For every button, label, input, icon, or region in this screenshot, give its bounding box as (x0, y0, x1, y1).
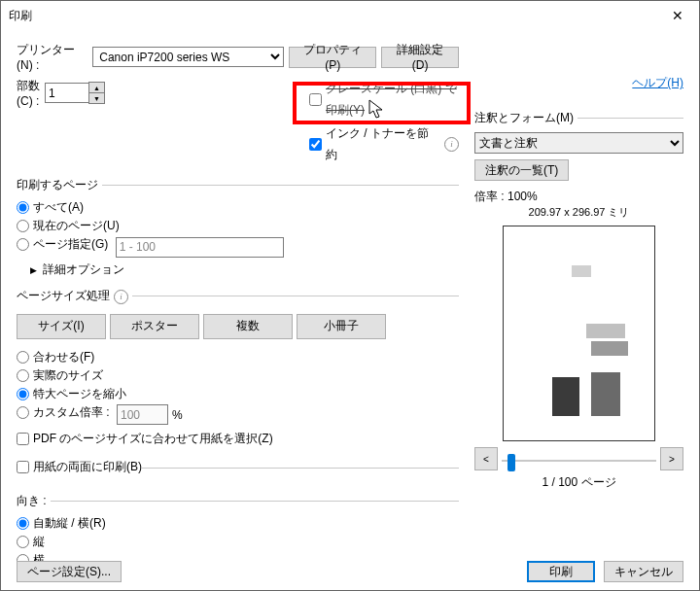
cursor-icon (368, 99, 384, 119)
advanced-settings-button[interactable]: 詳細設定(D) (381, 47, 459, 68)
scale-value: 100% (508, 190, 538, 203)
tab-poster[interactable]: ポスター (110, 314, 199, 339)
size-fit-radio[interactable] (17, 351, 29, 364)
next-page-button[interactable]: > (660, 447, 683, 470)
cancel-button[interactable]: キャンセル (604, 561, 683, 582)
pages-range-radio[interactable] (17, 238, 29, 251)
scale-label: 倍率 : (474, 190, 505, 203)
size-custom-label: カスタム倍率 : (33, 404, 110, 421)
copies-label: 部数(C) : (17, 78, 41, 108)
window-title: 印刷 (9, 8, 32, 24)
close-button[interactable]: ✕ (655, 1, 699, 30)
pages-all-radio[interactable] (17, 201, 29, 214)
orient-auto-label: 自動縦 / 横(R) (33, 515, 106, 532)
size-shrink-radio[interactable] (17, 388, 29, 400)
page-info: 1 / 100 ページ (474, 474, 683, 491)
duplex-checkbox[interactable] (17, 461, 29, 473)
pages-current-radio[interactable] (17, 220, 29, 232)
pages-legend: 印刷するページ (17, 177, 102, 193)
properties-button[interactable]: プロパティ(P) (289, 47, 376, 68)
preview-dimensions: 209.97 x 296.97 ミリ (474, 205, 683, 220)
preview-page (503, 226, 655, 441)
orient-portrait-radio[interactable] (17, 536, 29, 548)
pages-all-label: すべて(A) (33, 199, 84, 216)
pages-advanced-toggle[interactable]: 詳細オプション (30, 261, 459, 278)
orient-portrait-label: 縦 (33, 534, 45, 550)
info-icon[interactable]: i (114, 290, 128, 304)
choose-paper-label: PDF のページサイズに合わせて用紙を選択(Z) (33, 431, 273, 447)
annot-list-button[interactable]: 注釈の一覧(T) (474, 159, 569, 181)
tab-multiple[interactable]: 複数 (203, 314, 293, 339)
size-fit-label: 合わせる(F) (33, 349, 94, 365)
percent-label: % (172, 408, 183, 422)
orient-auto-radio[interactable] (17, 517, 29, 530)
annot-legend: 注釈とフォーム(M) (474, 110, 578, 126)
size-shrink-label: 特大ページを縮小 (33, 386, 126, 402)
duplex-label: 用紙の両面に印刷(B) (33, 459, 142, 475)
tab-booklet[interactable]: 小冊子 (297, 314, 386, 339)
save-ink-checkbox[interactable] (309, 138, 322, 151)
pages-current-label: 現在のページ(U) (33, 218, 120, 234)
size-actual-radio[interactable] (17, 369, 29, 382)
caret-down-icon: ▼ (88, 92, 105, 104)
page-slider[interactable] (502, 448, 656, 469)
print-button[interactable]: 印刷 (527, 561, 595, 582)
help-link[interactable]: ヘルプ(H) (632, 75, 683, 91)
printer-select[interactable]: Canon iP7200 series WS (92, 47, 284, 67)
tab-size[interactable]: サイズ(I) (17, 314, 106, 339)
info-icon[interactable]: i (444, 137, 459, 152)
printer-label: プリンター(N) : (17, 42, 88, 72)
pages-range-label: ページ指定(G) (33, 236, 108, 253)
sizing-legend: ページサイズ処理 (17, 289, 110, 302)
pages-range-input[interactable] (116, 237, 284, 258)
copies-input[interactable] (45, 83, 89, 103)
custom-scale-input (117, 404, 168, 425)
prev-page-button[interactable]: < (474, 447, 498, 470)
size-actual-label: 実際のサイズ (33, 367, 103, 384)
annot-select[interactable]: 文書と注釈 (474, 132, 683, 154)
save-ink-label: インク / トナーを節約 (326, 122, 440, 165)
orientation-legend: 向き : (17, 493, 51, 509)
slider-thumb[interactable] (508, 454, 515, 471)
copies-spinner[interactable]: ▲▼ (88, 82, 105, 104)
choose-paper-checkbox[interactable] (17, 433, 29, 445)
caret-up-icon: ▲ (88, 82, 105, 92)
page-setup-button[interactable]: ページ設定(S)... (17, 561, 122, 582)
size-custom-radio[interactable] (17, 406, 29, 419)
